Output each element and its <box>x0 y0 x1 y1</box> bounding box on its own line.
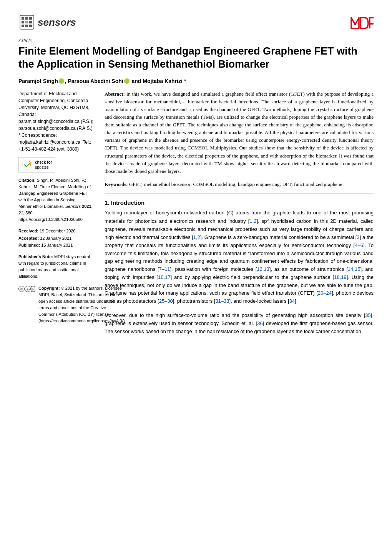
svg-rect-2 <box>25 17 28 20</box>
affiliation-line1: Department of Electrical and Computer En… <box>18 91 93 152</box>
abstract-block: Abstract: In this work, we have designed… <box>105 90 374 176</box>
author1-name: Paramjot Singh <box>18 78 58 84</box>
page: sensors Article Finite Element Modelling… <box>0 0 392 554</box>
cc-block: © BY 0 Copyright: © 2021 by the authors.… <box>18 285 95 324</box>
check-updates-icon <box>22 159 33 170</box>
svg-rect-8 <box>25 25 28 27</box>
ref-4-6[interactable]: 4–6 <box>355 242 363 248</box>
citation-block: Citation: Singh, P.; Abedini Sohi, P.; K… <box>18 177 95 223</box>
dates-block: Received: 19 December 2020 Accepted: 12 … <box>18 227 95 249</box>
ref-12-13[interactable]: 12,13 <box>257 266 269 272</box>
check-updates-label: check forupdates <box>35 160 52 170</box>
abstract-text: In this work, we have designed and simul… <box>105 91 374 174</box>
two-column-layout: Department of Electrical and Computer En… <box>18 90 374 336</box>
svg-rect-9 <box>29 25 32 27</box>
ref-1-2[interactable]: 1,2 <box>193 234 200 240</box>
sensors-logo-icon <box>18 14 35 31</box>
section-divider <box>105 194 374 194</box>
ref-18-19[interactable]: 18,19 <box>334 274 347 280</box>
svg-rect-5 <box>25 21 28 23</box>
article-title: Finite Element Modelling of Bandgap Engi… <box>18 45 374 71</box>
journal-name: sensors <box>38 17 76 28</box>
ref-34[interactable]: 34 <box>289 298 295 304</box>
header: sensors <box>18 14 374 31</box>
ref-1[interactable]: 1,2 <box>249 218 256 224</box>
right-column: Abstract: In this work, we have designed… <box>105 90 374 336</box>
accepted-line: Accepted: 12 January 2021 <box>18 235 95 242</box>
received-line: Received: 19 December 2020 <box>18 227 95 235</box>
svg-rect-4 <box>22 21 24 23</box>
citation-text: Singh, P.; Abedini Sohi, P.; Kahrizi, M.… <box>18 178 93 222</box>
svg-rect-3 <box>29 17 32 20</box>
ref-31-33[interactable]: 31–33 <box>215 298 229 304</box>
orcid-icon-2 <box>124 78 130 84</box>
ref-25-30[interactable]: 25–30 <box>159 298 173 304</box>
svg-text:©: © <box>20 287 23 291</box>
left-column: Department of Electrical and Computer En… <box>18 90 95 336</box>
ref-7-11[interactable]: 7–11 <box>159 266 170 272</box>
ref-3[interactable]: 3 <box>357 234 359 240</box>
keywords-block: Keywords: GFET; methanethiol biosensor; … <box>105 181 374 188</box>
keywords-text: GFET; methanethiol biosensor; COMSOL mod… <box>129 181 342 187</box>
ref-16-17[interactable]: 16,17 <box>158 274 171 280</box>
article-type-label: Article <box>18 38 374 43</box>
orcid-icon-1 <box>59 78 64 84</box>
svg-text:0: 0 <box>32 288 34 291</box>
author-sep2: and Mojtaba Kahrizi * <box>130 78 186 84</box>
ref-35[interactable]: 35 <box>365 312 370 318</box>
abstract-label: Abstract: <box>105 91 125 97</box>
ref-20-24[interactable]: 20–24 <box>318 290 332 296</box>
svg-text:BY: BY <box>27 288 31 291</box>
check-for-updates-box[interactable]: check forupdates <box>18 157 55 173</box>
svg-rect-1 <box>22 17 24 20</box>
author-sep1: , Parsoua Abedini Sohi <box>65 78 123 84</box>
sensors-logo: sensors <box>18 14 76 31</box>
ref-14-15[interactable]: 14,15 <box>348 266 360 272</box>
publisher-note: Publisher's Note: MDPI stays neutral wit… <box>18 254 95 280</box>
ref-36[interactable]: 36 <box>257 320 262 326</box>
cc-icon: © BY 0 <box>18 286 35 292</box>
affiliation-block: Department of Electrical and Computer En… <box>18 90 95 153</box>
svg-rect-6 <box>29 21 32 23</box>
citation-label: Citation: <box>18 178 36 182</box>
published-line: Published: 15 January 2021 <box>18 242 95 249</box>
intro-paragraph2: Moreover, due to the high surface-to-vol… <box>105 312 374 335</box>
keywords-label: Keywords: <box>105 181 128 187</box>
intro-paragraph1: Yielding monolayer of honeycomb networke… <box>105 209 374 305</box>
authors-line: Paramjot Singh , Parsoua Abedini Sohi an… <box>18 78 374 84</box>
svg-rect-7 <box>22 25 24 27</box>
intro-section-title: 1. Introduction <box>105 199 374 206</box>
mdpi-logo <box>350 14 374 31</box>
